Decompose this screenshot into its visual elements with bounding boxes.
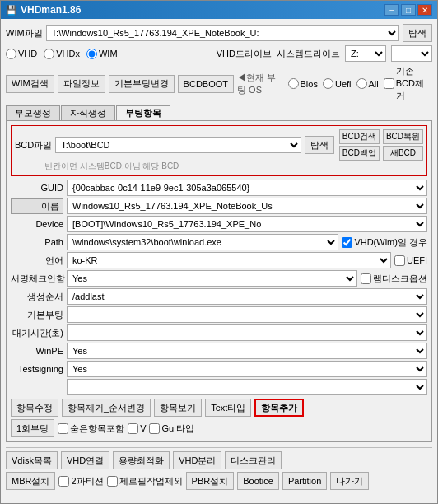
uefi-radio-item[interactable]: Uefi bbox=[323, 78, 352, 89]
testsigning-select[interactable]: Yes bbox=[67, 361, 427, 377]
two-partition-label: 2파티션 bbox=[71, 475, 103, 488]
winpe-select[interactable]: Yes bbox=[67, 343, 427, 359]
hidden-include-item[interactable]: 숨은항목포함 bbox=[58, 422, 124, 435]
add-button[interactable]: 항목추가 bbox=[254, 399, 304, 417]
hidden-include-label: 숨은항목포함 bbox=[70, 422, 124, 435]
bios-radio-item[interactable]: Bios bbox=[288, 78, 318, 89]
ramdisk-label: 램디스크옵션 bbox=[373, 273, 427, 285]
vhd-connect-button[interactable]: VHD연결 bbox=[61, 451, 110, 469]
bcd-boot-button[interactable]: BCDBOOT bbox=[178, 75, 234, 93]
two-partition-item[interactable]: 2파티션 bbox=[58, 475, 103, 488]
capacity-optimize-button[interactable]: 용량최적화 bbox=[113, 451, 170, 469]
bcd-check-button[interactable]: BCD검색 bbox=[339, 129, 380, 144]
vhdx-radio[interactable] bbox=[44, 49, 54, 59]
wait-label: 대기시간(초) bbox=[11, 327, 63, 339]
vdisk-list-button[interactable]: Vdisk목록 bbox=[6, 451, 58, 469]
vhd-wim-row[interactable]: VHD(Wim)일 경우 bbox=[342, 236, 427, 249]
remove-order-button[interactable]: 항목제거_순서변경 bbox=[62, 399, 151, 417]
name-select[interactable]: Windows10_Rs5_17763.194_XPE_NoteBook_Us bbox=[67, 198, 427, 214]
gui-type-item[interactable]: Gui타입 bbox=[149, 422, 193, 435]
zero-fill-item[interactable]: 제로필작업제외 bbox=[107, 475, 183, 488]
vhd-drive-row: VHD드라이브 시스템드라이브 Z: bbox=[217, 45, 432, 62]
bcd-backup-button[interactable]: BCD백업 bbox=[339, 146, 380, 161]
bios-radio[interactable] bbox=[288, 78, 299, 89]
disk-manage-button[interactable]: 디스크관리 bbox=[225, 451, 282, 469]
vhdx-radio-item[interactable]: VHDx bbox=[44, 49, 80, 59]
testsigning-label: Testsigning bbox=[11, 364, 63, 374]
guid-label: GUID bbox=[11, 183, 63, 193]
v-label: V bbox=[140, 423, 146, 433]
default-boot-button[interactable]: 기본부팅변경 bbox=[109, 75, 175, 93]
default-boot-select[interactable] bbox=[67, 306, 427, 323]
vhd-radio[interactable] bbox=[6, 49, 16, 59]
wim-search-button[interactable]: 탐색 bbox=[403, 24, 432, 42]
ramdisk-row[interactable]: 램디스크옵션 bbox=[361, 273, 427, 285]
mbr-setup-button[interactable]: MBR설치 bbox=[6, 472, 55, 490]
lang-row: 언어 ko-KR UEFI bbox=[11, 252, 427, 268]
vhd-wim-label: VHD(Wim)일 경우 bbox=[354, 236, 427, 249]
tab-boot-item[interactable]: 부팅항목 bbox=[116, 105, 170, 121]
ramdisk-check[interactable] bbox=[361, 273, 371, 284]
wim-radio-item[interactable]: WIM bbox=[86, 49, 118, 59]
vhd-separate-button[interactable]: VHD분리 bbox=[173, 451, 221, 469]
bootice-button[interactable]: Bootice bbox=[237, 472, 279, 490]
new-bcd-button[interactable]: 새BCD bbox=[383, 146, 423, 161]
window-title: VHDman1.86 bbox=[21, 4, 81, 16]
hidden-include-check[interactable] bbox=[58, 423, 68, 434]
winpe-label: WinPE bbox=[11, 346, 63, 356]
close-button[interactable]: ✕ bbox=[417, 4, 432, 16]
file-info-button[interactable]: 파일정보 bbox=[58, 75, 105, 93]
pbr-setup-button[interactable]: PBR설치 bbox=[186, 472, 235, 490]
maximize-button[interactable]: □ bbox=[401, 4, 416, 16]
path-label: Path bbox=[11, 237, 63, 247]
base-bcd-check[interactable] bbox=[384, 78, 394, 89]
device-select[interactable]: [BOOT]\Windows10_Rs5_17763.194_XPE_No bbox=[67, 216, 427, 232]
text-type-button[interactable]: Text타입 bbox=[205, 399, 251, 417]
minimize-button[interactable]: − bbox=[384, 4, 399, 16]
action-row2: 1회부팅 숨은항목포함 V Gui타입 bbox=[11, 419, 427, 437]
sign-select[interactable]: Yes bbox=[67, 270, 357, 287]
title-controls: − □ ✕ bbox=[384, 4, 432, 16]
path-select[interactable]: \windows\system32\boot\winload.exe bbox=[67, 234, 338, 250]
footer-row2: MBR설치 2파티션 제로필작업제외 PBR설치 Bootice Partiti… bbox=[6, 472, 432, 490]
first-boot-button[interactable]: 1회부팅 bbox=[11, 419, 54, 437]
uefi-row[interactable]: UEFI bbox=[394, 255, 427, 266]
order-select[interactable]: /addlast bbox=[67, 288, 427, 305]
two-partition-check[interactable] bbox=[58, 476, 69, 487]
bcd-restore-button[interactable]: BCD복원 bbox=[383, 129, 423, 144]
title-icon: 💾 bbox=[6, 5, 17, 16]
title-bar-left: 💾 VHDman1.86 bbox=[6, 4, 81, 16]
view-button[interactable]: 항목보기 bbox=[154, 399, 202, 417]
drive-select[interactable]: Z: bbox=[345, 45, 386, 62]
vhd-radio-item[interactable]: VHD bbox=[6, 49, 37, 59]
gui-type-check[interactable] bbox=[149, 423, 160, 434]
wait-select[interactable] bbox=[67, 324, 427, 341]
tab-parent-gen[interactable]: 부모생성 bbox=[6, 105, 60, 121]
all-radio[interactable] bbox=[356, 78, 367, 89]
guid-select[interactable]: {00cabbac-0c14-11e9-9ec1-305a3a065540} bbox=[67, 180, 427, 196]
wim-radio[interactable] bbox=[86, 49, 97, 59]
extra-select[interactable] bbox=[67, 379, 427, 395]
partition-button[interactable]: Partition bbox=[282, 472, 327, 490]
all-radio-item[interactable]: All bbox=[356, 78, 379, 89]
tab-child-gen[interactable]: 자식생성 bbox=[61, 105, 115, 121]
uefi-radio[interactable] bbox=[323, 78, 333, 89]
bcd-search-button[interactable]: 탐색 bbox=[305, 136, 334, 154]
zero-fill-check[interactable] bbox=[107, 476, 118, 487]
system-drive-select[interactable] bbox=[391, 45, 432, 62]
base-bcd-item[interactable]: 기존BCD제거 bbox=[384, 65, 432, 102]
sign-label: 서명체크안함 bbox=[11, 273, 63, 285]
v-item[interactable]: V bbox=[128, 423, 146, 434]
wim-file-select[interactable]: T:\Windows10_Rs5_17763.194_XPE_NoteBook_… bbox=[46, 25, 399, 41]
exit-button[interactable]: 나가기 bbox=[330, 472, 369, 490]
vhd-wim-check[interactable] bbox=[342, 237, 352, 248]
uefi-check[interactable] bbox=[394, 255, 405, 266]
main-content: WIM파일 T:\Windows10_Rs5_17763.194_XPE_Not… bbox=[1, 19, 437, 503]
modify-button[interactable]: 항목수정 bbox=[11, 399, 58, 417]
bcd-file-select[interactable]: T:\boot\BCD bbox=[55, 137, 301, 153]
tab-strip: 부모생성 자식생성 부팅항목 bbox=[6, 105, 432, 121]
lang-select[interactable]: ko-KR bbox=[67, 252, 391, 268]
v-check[interactable] bbox=[128, 423, 138, 434]
bcd-file-label: BCD파일 bbox=[15, 139, 52, 152]
wim-search-button2[interactable]: WIM검색 bbox=[6, 75, 54, 93]
